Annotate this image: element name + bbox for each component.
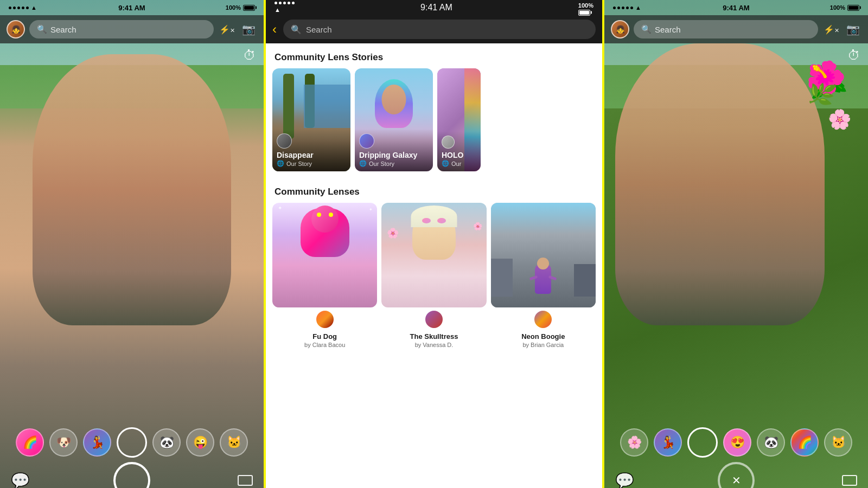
center-battery: 100% [578,0,593,16]
story-card-dripping-galaxy[interactable]: Dripping Galaxy 🌐 Our Story [355,68,433,171]
right-search-bar[interactable]: 🔍 Search [634,20,818,38]
story-avatar-row [277,133,346,149]
battery-pct: 100% [226,4,241,11]
community-lenses-title: Community Lenses [266,178,602,203]
story-avatar [359,133,374,149]
lenses-grid: ✦ ✦ Fu Dog by Clara Bacou [266,203,602,348]
right-dots: ▲ [613,4,646,11]
search-bar[interactable]: 🔍 Search [29,20,214,38]
globe-icon: 🌐 [277,160,284,167]
lens-item[interactable]: 🌈 [16,428,44,457]
story-card-holo[interactable]: HOLO 🌐 Our [437,68,481,171]
center-search-bar[interactable]: 🔍 Search [283,20,596,39]
story-source-dripping: 🌐 Our Story [359,160,429,167]
story-avatar-row [359,133,429,149]
camera-flip-icon[interactable]: 📷 [240,23,257,36]
lens-card-skulltress[interactable]: 🌸 🌸 The Skulltress by Vanessa D. [381,203,486,348]
search-placeholder: Search [655,25,681,34]
lens-item[interactable]: 🐼 [152,428,181,457]
lens-info-row [533,310,553,331]
story-overlay: Disappear 🌐 Our Story [272,129,350,171]
battery-pct: 100% [578,2,593,9]
right-battery: 100% [827,4,859,11]
center-dots: ▲ [275,2,295,14]
right-phone-panel: 🌺 🌿 🌸 ▲ 9:41 AM 100% 👧 🔍 Search ⚡✕ 📷 ⏱ [602,0,868,488]
center-search-icon: 🔍 [291,24,302,35]
lens-info-row [424,310,444,331]
left-phone-panel: ▲ 9:41 AM 100% 👧 🔍 Search ⚡✕ 📷 ⏱ 🌈 🐶 💃 🐼 [0,0,266,488]
lens-info-row [315,310,335,331]
lens-item[interactable]: 😍 [723,428,751,457]
signal-dots [275,2,295,4]
center-status-bar: ▲ 9:41 AM 100% [266,0,602,15]
lens-item[interactable]: 💃 [83,428,111,457]
lens-item[interactable]: 🐱 [220,428,248,457]
lens-item[interactable]: 🌸 [620,428,648,457]
flash-icon[interactable]: ⚡✕ [218,24,235,35]
story-source-holo: 🌐 Our [442,160,476,167]
story-source-disappear: 🌐 Our Story [277,160,346,167]
lens-card-info: The Skulltress by Vanessa D. [381,310,486,348]
right-time: 9:41 AM [646,4,827,12]
right-memories-button[interactable] [842,475,857,486]
lens-item[interactable]: 💃 [654,428,682,457]
lens-name-fu-dog: Fu Dog [312,332,337,341]
right-avatar[interactable]: 👧 [611,20,629,38]
timer-icon[interactable]: ⏱ [243,48,256,63]
memories-button[interactable] [238,475,253,486]
right-flash-icon[interactable]: ⚡✕ [822,24,840,35]
right-timer-icon[interactable]: ⏱ [847,48,860,63]
right-shutter-button[interactable]: ✕ [718,462,755,488]
lens-item[interactable]: 🐶 [49,428,78,457]
center-time: 9:41 AM [420,3,452,12]
lens-avatar [315,310,335,329]
globe-icon: 🌐 [359,160,367,167]
right-status-bar: ▲ 9:41 AM 100% [604,0,868,15]
lens-item[interactable]: 🐱 [824,428,852,457]
shutter-button[interactable] [113,462,150,488]
right-shutter-row: 💬 ✕ [604,462,868,488]
story-title-holo: HOLO [442,151,476,160]
globe-icon: 🌐 [442,160,449,167]
back-button[interactable]: ‹ [272,22,277,37]
wifi-icon: ▲ [31,4,37,11]
signal-dots [9,7,29,9]
lens-card-neon-boogie[interactable]: Neon Boogie by Brian Garcia [491,203,596,348]
story-title-disappear: Disappear [277,151,346,160]
story-title-dripping: Dripping Galaxy [359,151,429,160]
center-header: ‹ 🔍 Search [266,15,602,43]
right-chat-button[interactable]: 💬 [615,472,634,489]
lens-card-info: Neon Boogie by Brian Garcia [491,310,596,348]
left-dots: ▲ [9,4,41,11]
right-camera-icon[interactable]: 📷 [844,23,861,36]
wifi-icon: ▲ [635,4,641,11]
left-status-bar: ▲ 9:41 AM 100% [0,0,264,15]
lens-by-fu-dog: by Clara Bacou [304,342,345,348]
lens-item[interactable]: 🐼 [757,428,785,457]
battery-pct: 100% [830,4,845,11]
stories-row: Disappear 🌐 Our Story [266,68,602,178]
search-content[interactable]: Community Lens Stories [266,43,602,488]
center-search-placeholder: Search [306,25,332,34]
story-card-disappear[interactable]: Disappear 🌐 Our Story [272,68,350,171]
right-bottom-bar: 🌸 💃 😍 🐼 🌈 🐱 💬 ✕ [604,423,868,488]
lens-selector-row: 🌈 🐶 💃 🐼 😜 🐱 [0,423,264,462]
community-lens-stories-section: Community Lens Stories [266,43,602,178]
right-lens-item-active[interactable] [687,427,718,458]
left-time: 9:41 AM [41,4,222,12]
lens-item[interactable]: 🌈 [790,428,819,457]
chat-button[interactable]: 💬 [11,472,30,489]
left-battery: 100% [222,4,255,11]
lens-item-active[interactable] [117,427,147,458]
story-avatar-row [442,136,476,149]
search-placeholder: Search [50,25,76,34]
story-overlay: Dripping Galaxy 🌐 Our Story [355,129,433,171]
lens-by-skulltress: by Vanessa D. [415,342,454,348]
lens-name-skulltress: The Skulltress [410,332,458,341]
shutter-row: 💬 [0,462,264,488]
lens-card-info: Fu Dog by Clara Bacou [272,310,377,348]
lens-card-fu-dog[interactable]: ✦ ✦ Fu Dog by Clara Bacou [272,203,377,348]
lens-item[interactable]: 😜 [186,428,214,457]
avatar[interactable]: 👧 [7,20,25,38]
center-panel: ▲ 9:41 AM 100% ‹ 🔍 Search Community Lens… [266,0,602,488]
